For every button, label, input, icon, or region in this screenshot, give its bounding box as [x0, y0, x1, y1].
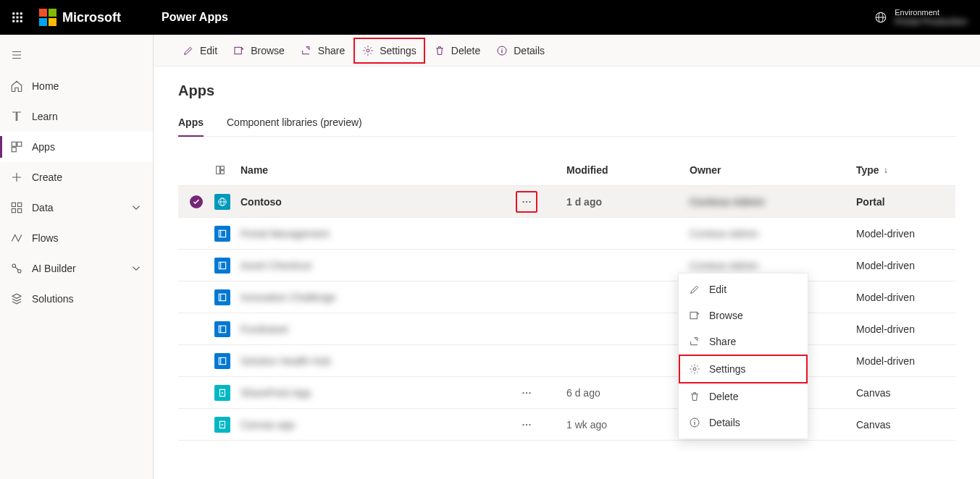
- sidebar-item-apps[interactable]: Apps: [0, 132, 153, 162]
- more-actions-button[interactable]: [516, 191, 537, 213]
- tab-apps[interactable]: Apps: [178, 116, 204, 137]
- environment-picker[interactable]: Environment Portal Production: [874, 8, 967, 27]
- col-name[interactable]: Name: [240, 164, 516, 176]
- environment-value: Portal Production: [895, 17, 967, 27]
- app-name: Asset Checkout: [240, 260, 516, 271]
- col-owner[interactable]: Owner: [690, 164, 856, 176]
- table-row[interactable]: Innovation Challenge Contoso Admin Model…: [178, 281, 955, 313]
- app-icon: [214, 385, 230, 401]
- app-owner: Contoso Admin: [690, 228, 856, 240]
- app-name: Innovation Challenge: [240, 292, 516, 303]
- sidebar-item-learn[interactable]: Learn: [0, 101, 153, 132]
- app-icon: [214, 258, 230, 274]
- table-row[interactable]: Asset Checkout Contoso Admin Model-drive…: [178, 250, 955, 281]
- context-menu-delete[interactable]: Delete: [679, 383, 808, 410]
- info-icon: [496, 45, 508, 56]
- edit-icon: [689, 284, 700, 295]
- context-menu-label: Edit: [709, 284, 726, 295]
- sidebar-item-flows[interactable]: Flows: [0, 223, 153, 253]
- share-button[interactable]: Share: [293, 39, 352, 62]
- sidebar: HomeLearnAppsCreateDataFlowsAI BuilderSo…: [0, 35, 154, 479]
- context-menu-edit[interactable]: Edit: [679, 276, 808, 302]
- sidebar-item-solutions[interactable]: Solutions: [0, 284, 153, 314]
- table-row[interactable]: Solution Health Hub System Model-driven: [178, 345, 955, 377]
- app-icon: [214, 194, 230, 210]
- app-modified: 6 d ago: [566, 387, 690, 399]
- settings-icon: [362, 45, 374, 56]
- sidebar-item-home[interactable]: Home: [0, 71, 153, 101]
- page-title: Apps: [178, 82, 955, 99]
- selected-check-icon[interactable]: [190, 195, 203, 208]
- chevron-down-icon: [130, 262, 143, 275]
- share-label: Share: [318, 45, 345, 56]
- waffle-icon: [11, 11, 24, 24]
- app-type: Model-driven: [856, 228, 972, 240]
- context-menu-label: Share: [709, 336, 736, 347]
- apps-grid: Name Modified Owner Type↓ Contoso 1 d ag…: [178, 154, 955, 441]
- browse-label: Browse: [251, 45, 285, 56]
- tab-component-libraries[interactable]: Component libraries (preview): [227, 116, 362, 136]
- browse-button[interactable]: Browse: [226, 39, 292, 62]
- sidebar-item-label: Home: [32, 80, 59, 92]
- microsoft-logo-icon: [39, 9, 56, 26]
- microsoft-logo: Microsoft: [39, 9, 121, 26]
- main-content: Edit Browse Share Settings Delete Detail…: [154, 35, 980, 479]
- app-type: Model-driven: [856, 323, 972, 335]
- browse-icon: [233, 45, 245, 56]
- delete-button[interactable]: Delete: [427, 39, 487, 62]
- context-menu-settings[interactable]: Settings: [679, 355, 808, 383]
- details-button[interactable]: Details: [489, 39, 552, 62]
- global-header: Microsoft Power Apps Environment Portal …: [0, 0, 980, 35]
- table-row[interactable]: Contoso 1 d ago Contoso Admin Portal: [178, 186, 955, 218]
- app-icon: [214, 289, 230, 305]
- col-modified[interactable]: Modified: [566, 164, 690, 176]
- delete-icon: [434, 45, 445, 56]
- app-name: Solution Health Hub: [240, 355, 516, 367]
- microsoft-brand-text: Microsoft: [62, 10, 121, 25]
- apps-icon: [10, 140, 23, 153]
- sidebar-item-label: Learn: [32, 111, 58, 122]
- edit-button[interactable]: Edit: [175, 39, 225, 62]
- app-type: Model-driven: [856, 260, 972, 271]
- more-icon: [520, 418, 533, 431]
- solutions-icon: [10, 292, 23, 305]
- more-icon: [520, 386, 533, 399]
- settings-icon: [689, 363, 700, 375]
- app-name: Contoso: [240, 196, 516, 208]
- context-menu-share[interactable]: Share: [679, 328, 808, 355]
- sidebar-toggle[interactable]: [0, 39, 153, 71]
- context-menu-browse[interactable]: Browse: [679, 302, 808, 328]
- sidebar-item-label: AI Builder: [32, 263, 76, 274]
- settings-button[interactable]: Settings: [353, 38, 425, 64]
- sort-arrow-icon: ↓: [884, 165, 888, 175]
- app-type: Canvas: [856, 387, 972, 399]
- table-row[interactable]: Fundraiser Contoso Admin Model-driven: [178, 313, 955, 345]
- col-type[interactable]: Type↓: [856, 164, 972, 176]
- apps-column-icon[interactable]: [214, 164, 226, 176]
- table-row[interactable]: Canvas app 1 wk ago Contoso Admin Canvas: [178, 409, 955, 441]
- plus-icon: [10, 171, 23, 184]
- waffle-button[interactable]: [6, 6, 29, 29]
- app-icon: [214, 226, 230, 242]
- app-icon: [214, 417, 230, 433]
- sidebar-item-label: Create: [32, 171, 62, 183]
- context-menu-details[interactable]: Details: [679, 410, 808, 436]
- table-row[interactable]: SharePoint App 6 d ago Contoso Admin Can…: [178, 377, 955, 409]
- home-icon: [10, 80, 23, 93]
- sidebar-item-create[interactable]: Create: [0, 162, 153, 192]
- delete-icon: [689, 391, 700, 402]
- app-name: Canvas app: [240, 419, 516, 431]
- book-icon: [10, 110, 23, 123]
- grid-header: Name Modified Owner Type↓: [178, 154, 955, 186]
- more-actions-button[interactable]: [516, 382, 537, 404]
- sidebar-item-label: Apps: [32, 141, 55, 153]
- sidebar-item-data[interactable]: Data: [0, 192, 153, 223]
- sidebar-item-ai-builder[interactable]: AI Builder: [0, 253, 153, 284]
- app-icon: [214, 353, 230, 369]
- grid-icon: [10, 201, 23, 214]
- more-actions-button[interactable]: [516, 414, 537, 436]
- flow-icon: [10, 232, 23, 245]
- delete-label: Delete: [451, 45, 480, 56]
- table-row[interactable]: Portal Management Contoso Admin Model-dr…: [178, 218, 955, 250]
- sidebar-item-label: Flows: [32, 232, 59, 244]
